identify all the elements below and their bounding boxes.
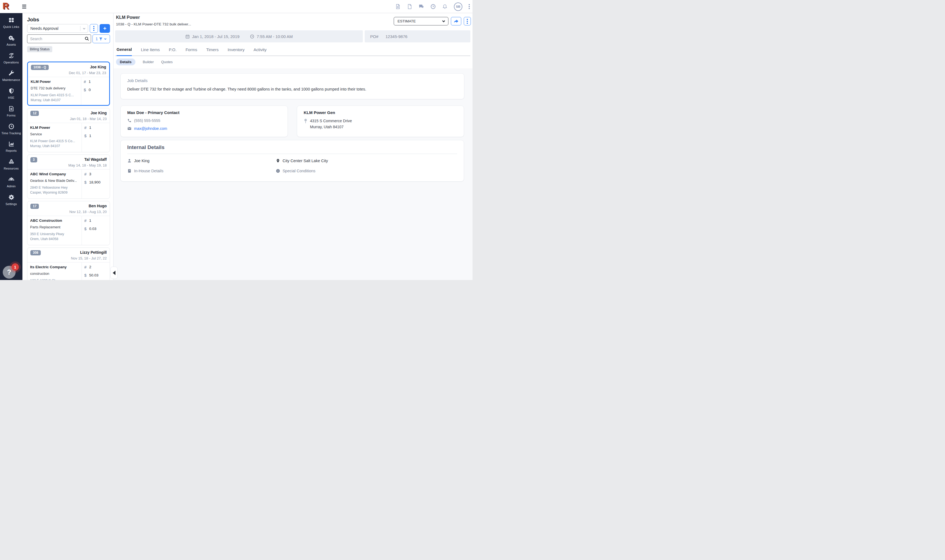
hamburger-menu-icon[interactable]	[22, 5, 26, 9]
history-clock-icon[interactable]	[430, 4, 436, 9]
collapse-panel-button[interactable]	[110, 266, 118, 279]
sidebar-item-reports[interactable]: Reports	[0, 138, 22, 155]
job-details-description: Deliver DTE 732 for their outage and Tur…	[127, 87, 458, 91]
subtab-details[interactable]: Details	[116, 58, 136, 65]
user-avatar[interactable]: SB	[454, 3, 462, 11]
schedule-bar: Jan 1, 2018 - Jul 15, 2019 7:55 AM - 10:…	[115, 30, 363, 42]
calendar-icon	[185, 34, 190, 39]
sidebar-item-settings[interactable]: Settings	[0, 191, 22, 209]
tab-timers[interactable]: Timers	[206, 47, 219, 55]
internal-city: City Center Salt Lake City	[283, 158, 328, 163]
job-card[interactable]: 17 Ben Hugo Nov 12, 18 - Aug 13, 20 ABC …	[27, 201, 110, 245]
job-status-filter-select[interactable]: Needs Approval	[27, 24, 88, 33]
sidebar-item-maintenance[interactable]: Maintenance	[0, 67, 22, 85]
job-card-list: 1038 - Q Joe King Dec 01, 17 - Mar 23, 2…	[27, 62, 110, 280]
notifications-bell-icon[interactable]	[442, 4, 448, 9]
subtab-quotes[interactable]: Quotes	[161, 58, 173, 65]
job-amount: 50.03	[89, 273, 99, 277]
tab-po[interactable]: P.O.	[169, 47, 176, 55]
job-company: Its Electric Company	[30, 265, 79, 269]
filter-chip-billing-status[interactable]: Billing Status	[27, 46, 52, 52]
search-input[interactable]	[27, 34, 91, 43]
job-amount: 0.03	[89, 227, 96, 231]
sidebar-item-quick-links[interactable]: Quick Links	[0, 13, 22, 32]
tab-forms[interactable]: Forms	[185, 47, 197, 55]
top-bar: R SB	[0, 0, 473, 13]
page-title: KLM Power	[116, 15, 140, 20]
job-card[interactable]: 1038 - Q Joe King Dec 01, 17 - Mar 23, 2…	[27, 62, 110, 106]
job-status-select[interactable]: ESTIMATE	[394, 17, 449, 25]
sidebar-item-assets[interactable]: Assets	[0, 32, 22, 49]
primary-contact-card: Max Doe - Primary Contact (555) 555-5555…	[120, 106, 288, 137]
general-subtabs: Details Builder Quotes	[116, 58, 173, 65]
special-conditions-link[interactable]: Special Conditions	[283, 169, 316, 173]
share-arrow-icon	[453, 18, 459, 24]
count-icon: #	[84, 265, 88, 269]
location-name: KLM Power Gen	[304, 110, 457, 115]
job-number-badge: 12	[30, 111, 39, 116]
divider	[127, 154, 457, 154]
location-card: KLM Power Gen 4315 S Commerce Drive Murr…	[297, 106, 464, 137]
job-number-badge: 308	[30, 250, 41, 255]
amount-icon: $	[84, 88, 87, 92]
job-options-button[interactable]	[464, 17, 471, 25]
sidebar-item-hse[interactable]: HSE	[0, 85, 22, 103]
brand-logo[interactable]: R	[3, 1, 9, 11]
tab-general[interactable]: General	[117, 47, 132, 56]
job-date-range: Jan 01, 18 - Mar 14, 23	[30, 117, 107, 121]
search-icon	[85, 36, 89, 41]
count-icon: #	[84, 172, 88, 176]
job-assignee: Joe King	[90, 65, 106, 69]
internal-details-card: Internal Details Joe King In-House Detai…	[120, 140, 464, 182]
job-type: Parts Replacement	[30, 225, 79, 229]
job-tabs: General Line Items P.O. Forms Timers Inv…	[115, 44, 470, 56]
count-icon: #	[84, 218, 88, 223]
chevron-down-icon	[442, 19, 446, 23]
job-address: 350 E University Pkwy Orem, Utah 84058	[30, 232, 79, 242]
info-icon	[276, 169, 280, 173]
chat-icon[interactable]	[419, 4, 424, 9]
po-bar: PO# 12345-9876	[365, 30, 470, 42]
job-number-badge: 1038 - Q	[31, 65, 49, 70]
overflow-menu-icon[interactable]	[469, 4, 470, 9]
job-amount: 0	[89, 88, 91, 92]
tab-inventory[interactable]: Inventory	[228, 47, 245, 55]
tab-line-items[interactable]: Line Items	[141, 47, 160, 55]
sidebar-item-forms[interactable]: Forms	[0, 103, 22, 120]
subtab-builder[interactable]: Builder	[143, 58, 154, 65]
report-document-icon[interactable]	[395, 4, 401, 9]
contact-email-link[interactable]: max@johndoe.com	[134, 126, 167, 131]
help-button[interactable]: ? 1	[3, 266, 15, 278]
dollar-cycle-icon	[8, 52, 14, 59]
sidebar-item-resources[interactable]: Resources	[0, 155, 22, 173]
in-house-details-link[interactable]: In-House Details	[134, 169, 163, 173]
tab-activity[interactable]: Activity	[254, 47, 267, 55]
map-pin-icon	[304, 118, 308, 124]
add-job-button[interactable]: +	[100, 24, 110, 33]
sidebar-item-time-tracking[interactable]: Time Tracking	[0, 120, 22, 138]
filter-button[interactable]: 1	[92, 34, 110, 43]
internal-details-heading: Internal Details	[127, 145, 457, 151]
job-details-heading: Job Details	[127, 78, 458, 83]
grid-icon	[8, 17, 14, 23]
job-card[interactable]: 308 Lizzy Pettingill Nov 15, 18 - Jul 27…	[27, 248, 110, 280]
jobs-options-button[interactable]	[90, 24, 98, 33]
job-amount: 1	[89, 134, 91, 138]
gears-icon	[8, 35, 14, 41]
job-assignee: Ben Hugo	[89, 204, 107, 208]
count-icon: #	[84, 125, 88, 130]
job-card[interactable]: 12 Joe King Jan 01, 18 - Mar 14, 23 KLM …	[27, 108, 110, 152]
sidebar-item-admin[interactable]: Admin	[0, 173, 22, 191]
map-pin-icon	[276, 158, 280, 163]
job-type: DTE 732 bulk delivery	[31, 86, 78, 90]
share-button[interactable]	[451, 17, 461, 25]
blank-document-icon[interactable]	[407, 4, 412, 9]
sidebar-item-operations[interactable]: Operations	[0, 49, 22, 67]
job-date-range: Nov 12, 18 - Aug 13, 20	[30, 210, 107, 214]
details-panel: Job Details Deliver DTE 732 for their ou…	[114, 68, 473, 280]
job-address: 2840 E Yellowstone Hwy Casper, Wyoming 8…	[30, 185, 79, 195]
job-card[interactable]: 3 Tal Wagstaff May 14, 18 - May 19, 18 A…	[27, 154, 110, 199]
gear-icon	[8, 194, 14, 200]
contact-phone[interactable]: (555) 555-5555	[134, 118, 160, 123]
job-count: 1	[89, 80, 91, 84]
